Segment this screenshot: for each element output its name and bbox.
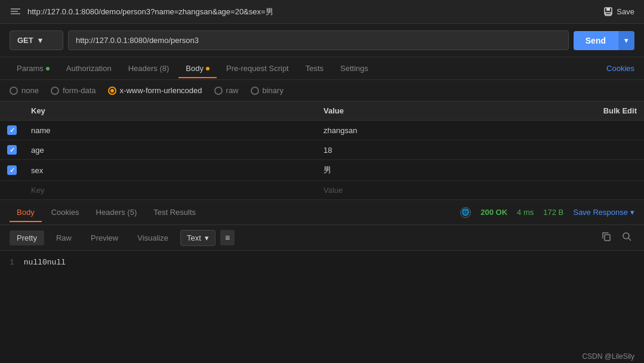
code-line-1: null0null	[24, 258, 66, 267]
radio-binary[interactable]: binary	[251, 86, 284, 95]
tabs-left: Params Authorization Headers (8) Body Pr…	[10, 59, 375, 78]
copy-button[interactable]	[599, 229, 614, 247]
method-label: GET	[17, 36, 33, 45]
row-key-sex[interactable]: sex	[24, 160, 316, 181]
response-tabs-left: Body Cookies Headers (5) Test Results	[10, 203, 203, 222]
response-time: 4 ms	[517, 208, 534, 217]
method-select[interactable]: GET ▾	[10, 30, 63, 50]
text-format-chevron-icon: ▾	[205, 233, 209, 242]
row-key-empty[interactable]: Key	[24, 181, 316, 200]
app-icon	[10, 6, 21, 18]
checkbox-sex[interactable]: ✓	[7, 165, 17, 175]
checkbox-name[interactable]: ✓	[7, 125, 17, 135]
th-key: Key	[24, 101, 316, 121]
radio-urlencoded[interactable]: x-www-form-urlencoded	[108, 86, 202, 95]
footer-watermark: CSDN @LileSily	[572, 350, 644, 363]
send-btn-group: Send ▾	[574, 31, 634, 50]
format-tab-raw[interactable]: Raw	[49, 230, 79, 245]
row-value-sex[interactable]: 男	[316, 160, 480, 181]
radio-raw-circle	[214, 87, 223, 95]
params-table: Key Value Bulk Edit ✓ name zhangsan	[0, 101, 644, 200]
line-number-1: 1	[10, 258, 14, 267]
svg-rect-6	[605, 235, 610, 241]
response-meta: 🌐 200 OK 4 ms 172 B Save Response ▾	[460, 207, 634, 218]
row-key-name[interactable]: name	[24, 121, 316, 140]
table-row: ✓ name zhangsan	[0, 121, 644, 140]
row-checkbox-name[interactable]: ✓	[0, 121, 24, 140]
radio-raw[interactable]: raw	[214, 86, 239, 95]
title-bar: http://127.0.0.1:8080/demo/person3?name=…	[0, 0, 644, 24]
row-value-age[interactable]: 18	[316, 140, 480, 160]
radio-form-data[interactable]: form-data	[51, 86, 96, 95]
save-label: Save	[617, 7, 634, 16]
text-format-dropdown[interactable]: Text ▾	[180, 230, 215, 246]
svg-line-8	[628, 238, 631, 241]
radio-urlencoded-circle	[108, 87, 116, 95]
radio-binary-circle	[251, 87, 259, 95]
method-chevron-icon: ▾	[38, 36, 42, 45]
send-dropdown-button[interactable]: ▾	[618, 31, 634, 50]
format-bar-left: Pretty Raw Preview Visualize Text ▾ ≡	[10, 230, 235, 246]
format-tab-visualize[interactable]: Visualize	[130, 230, 175, 245]
tab-params[interactable]: Params	[10, 59, 57, 78]
table-row-empty: Key Value	[0, 181, 644, 200]
checkbox-age[interactable]: ✓	[7, 145, 17, 155]
format-tab-pretty[interactable]: Pretty	[10, 230, 44, 245]
response-size: 172 B	[543, 208, 563, 217]
row-key-age[interactable]: age	[24, 140, 316, 160]
svg-rect-1	[11, 11, 18, 12]
tab-tests[interactable]: Tests	[298, 59, 331, 78]
tab-pre-request[interactable]: Pre-request Script	[219, 59, 296, 78]
format-bar: Pretty Raw Preview Visualize Text ▾ ≡	[0, 225, 644, 251]
resp-tab-cookies[interactable]: Cookies	[44, 203, 87, 222]
svg-rect-4	[606, 8, 610, 11]
row-value-empty[interactable]: Value	[316, 181, 480, 200]
table-row: ✓ age 18	[0, 140, 644, 160]
save-button[interactable]: Save	[603, 7, 634, 17]
save-response-button[interactable]: Save Response ▾	[573, 208, 634, 217]
row-value-name[interactable]: zhangsan	[316, 121, 480, 140]
format-tab-preview[interactable]: Preview	[84, 230, 125, 245]
params-dot	[46, 67, 50, 70]
tab-body[interactable]: Body	[178, 59, 217, 78]
th-value: Value	[316, 101, 480, 121]
body-dot	[206, 67, 209, 70]
send-button[interactable]: Send	[574, 31, 618, 50]
params-table-section: Key Value Bulk Edit ✓ name zhangsan	[0, 101, 644, 200]
save-response-label: Save Response	[573, 208, 628, 217]
code-area: 1 null0null	[0, 251, 644, 274]
response-tabs-row: Body Cookies Headers (5) Test Results 🌐 …	[0, 200, 644, 225]
row-checkbox-empty	[0, 181, 24, 200]
request-bar: GET ▾ Send ▾	[0, 24, 644, 57]
row-checkbox-age[interactable]: ✓	[0, 140, 24, 160]
sort-icon: ≡	[225, 233, 230, 242]
resp-tab-body[interactable]: Body	[10, 203, 42, 222]
url-input[interactable]	[68, 30, 569, 50]
th-check	[0, 101, 24, 121]
row-actions-sex	[480, 160, 644, 181]
title-bar-left: http://127.0.0.1:8080/demo/person3?name=…	[10, 6, 273, 18]
tab-settings[interactable]: Settings	[333, 59, 375, 78]
cookies-link[interactable]: Cookies	[606, 64, 634, 73]
save-response-chevron-icon: ▾	[630, 208, 634, 217]
tab-authorization[interactable]: Authorization	[59, 59, 119, 78]
row-actions-name	[480, 121, 644, 140]
resp-tab-test-results[interactable]: Test Results	[146, 203, 203, 222]
sort-button[interactable]: ≡	[220, 230, 235, 245]
code-content: null0null	[24, 258, 66, 267]
line-numbers: 1	[10, 258, 14, 267]
text-format-label: Text	[187, 233, 201, 242]
radio-none[interactable]: none	[10, 86, 39, 95]
row-actions-empty	[480, 181, 644, 200]
svg-point-7	[623, 233, 629, 239]
status-badge: 200 OK	[480, 208, 507, 217]
th-bulk-edit[interactable]: Bulk Edit	[480, 101, 644, 121]
row-checkbox-sex[interactable]: ✓	[0, 160, 24, 181]
radio-none-circle	[10, 87, 18, 95]
radio-form-data-circle	[51, 87, 59, 95]
request-tabs-row: Params Authorization Headers (8) Body Pr…	[0, 57, 644, 80]
resp-tab-headers[interactable]: Headers (5)	[89, 203, 144, 222]
globe-icon: 🌐	[460, 207, 471, 218]
search-button[interactable]	[619, 229, 634, 247]
tab-headers[interactable]: Headers (8)	[121, 59, 177, 78]
